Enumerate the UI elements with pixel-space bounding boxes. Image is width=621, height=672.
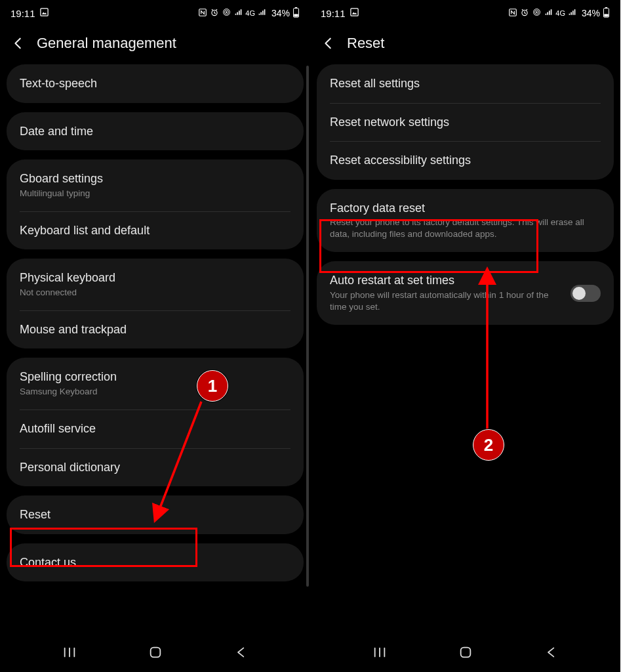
item-spelling-correction[interactable]: Spelling correctionSamsung Keyboard xyxy=(7,358,304,410)
chevron-left-icon xyxy=(11,36,26,51)
auto-restart-toggle[interactable] xyxy=(571,285,601,302)
item-text-to-speech[interactable]: Text-to-speech xyxy=(7,64,304,103)
navigation-bar xyxy=(310,637,620,672)
annotation-marker-2: 2 xyxy=(473,429,504,461)
signal-icon-2 xyxy=(568,8,576,18)
item-personal-dictionary[interactable]: Personal dictionary xyxy=(7,448,304,487)
signal-icon xyxy=(234,8,243,18)
home-icon xyxy=(458,645,473,660)
back-icon xyxy=(235,646,248,659)
item-reset[interactable]: Reset xyxy=(7,495,304,534)
svg-rect-7 xyxy=(295,7,297,9)
item-reset-network-settings[interactable]: Reset network settings xyxy=(317,103,614,142)
svg-rect-8 xyxy=(294,14,298,16)
signal-icon xyxy=(544,8,553,18)
svg-rect-11 xyxy=(350,9,357,16)
item-auto-restart[interactable]: Auto restart at set times Your phone wil… xyxy=(317,261,614,325)
item-physical-keyboard[interactable]: Physical keyboardNot connected xyxy=(7,259,304,310)
page-header: General management xyxy=(0,24,310,64)
item-keyboard-list[interactable]: Keyboard list and default xyxy=(7,211,304,250)
nav-back-button[interactable] xyxy=(525,639,578,665)
item-factory-data-reset[interactable]: Factory data resetReset your phone to it… xyxy=(317,189,614,253)
back-button[interactable] xyxy=(9,34,28,52)
recents-button[interactable] xyxy=(43,639,96,665)
battery-icon xyxy=(603,7,610,20)
hotspot-icon xyxy=(532,7,542,19)
screenshot-icon xyxy=(39,7,49,19)
page-header: Reset xyxy=(310,24,620,64)
page-title: Reset xyxy=(347,35,384,52)
svg-point-14 xyxy=(536,11,538,13)
home-button[interactable] xyxy=(129,639,182,665)
hotspot-icon xyxy=(222,7,231,19)
home-button[interactable] xyxy=(439,639,492,665)
alarm-icon xyxy=(210,8,219,19)
svg-point-3 xyxy=(226,11,228,13)
signal-icon-2 xyxy=(258,8,266,18)
svg-rect-9 xyxy=(150,648,160,658)
status-time: 19:11 xyxy=(10,8,35,19)
phone-right: 19:11 4G 34% Reset Reset all settings Re… xyxy=(310,0,620,672)
recents-button[interactable] xyxy=(353,639,406,665)
battery-percent: 34% xyxy=(582,8,600,18)
svg-rect-20 xyxy=(460,648,470,658)
item-reset-all-settings[interactable]: Reset all settings xyxy=(317,64,614,103)
svg-rect-0 xyxy=(40,9,47,16)
page-title: General management xyxy=(37,35,176,52)
net-label: 4G xyxy=(555,9,565,17)
annotation-marker-1: 1 xyxy=(197,370,228,402)
svg-rect-19 xyxy=(604,14,608,16)
chevron-left-icon xyxy=(321,36,336,51)
battery-icon xyxy=(292,7,300,20)
status-bar: 19:11 4G 34% xyxy=(0,0,310,24)
phone-left: 19:11 4G 34% General management Text-to-… xyxy=(0,0,310,672)
net-label: 4G xyxy=(245,9,255,17)
recents-icon xyxy=(62,645,77,660)
settings-list: Reset all settings Reset network setting… xyxy=(310,64,620,637)
settings-list: Text-to-speech Date and time Gboard sett… xyxy=(0,64,310,637)
item-gboard-settings[interactable]: Gboard settingsMultilingual typing xyxy=(7,159,304,211)
back-button[interactable] xyxy=(319,34,338,52)
alarm-icon xyxy=(520,8,529,19)
item-mouse-trackpad[interactable]: Mouse and trackpad xyxy=(7,310,304,349)
screenshot-icon xyxy=(350,7,359,19)
scrollbar[interactable] xyxy=(306,66,309,587)
item-reset-accessibility-settings[interactable]: Reset accessibility settings xyxy=(317,141,614,180)
status-bar: 19:11 4G 34% xyxy=(310,0,620,24)
nav-back-button[interactable] xyxy=(215,639,268,665)
battery-percent: 34% xyxy=(271,8,290,18)
nfc-icon xyxy=(508,8,517,19)
item-contact-us[interactable]: Contact us xyxy=(7,543,304,582)
navigation-bar xyxy=(0,637,310,672)
nfc-icon xyxy=(198,8,207,19)
svg-rect-18 xyxy=(605,7,607,9)
back-icon xyxy=(545,646,558,659)
item-date-time[interactable]: Date and time xyxy=(7,112,304,151)
recents-icon xyxy=(372,645,387,660)
item-autofill-service[interactable]: Autofill service xyxy=(7,410,304,448)
home-icon xyxy=(148,645,163,660)
status-time: 19:11 xyxy=(321,8,346,19)
